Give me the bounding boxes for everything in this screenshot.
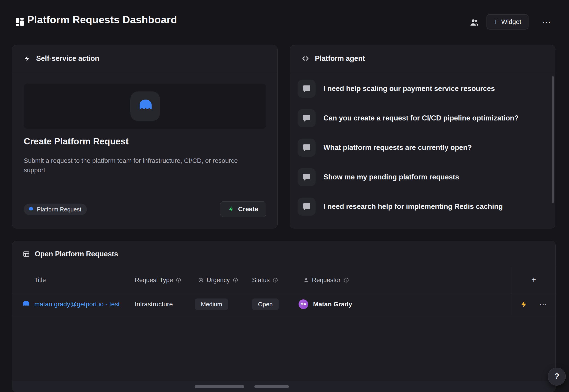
lightning-icon (24, 55, 31, 62)
platform-agent-card: Platform agent I need help scaling our p… (290, 45, 555, 228)
agent-suggestion-text: What platform requests are currently ope… (323, 143, 472, 152)
add-column-button[interactable]: + (528, 273, 540, 286)
requests-table-title: Open Platform Requests (35, 250, 118, 258)
lightning-icon (228, 206, 235, 212)
action-description: Submit a request to the platform team fo… (24, 156, 252, 175)
agent-suggestion-item[interactable]: Can you create a request for CI/CD pipel… (290, 103, 555, 133)
chat-bubble-icon (298, 80, 316, 98)
agent-suggestion-text: I need research help for implementing Re… (323, 202, 503, 211)
octopus-icon (137, 98, 153, 114)
agent-suggestion-item[interactable]: I need research help for implementing Re… (290, 192, 555, 221)
column-label: Urgency (207, 277, 230, 284)
column-label: Requestor (312, 277, 341, 284)
column-label: Status (252, 277, 270, 284)
open-platform-requests-card: Open Platform Requests Title Request Typ… (12, 241, 556, 392)
horizontal-scrollbar-track (12, 381, 555, 392)
run-action-lightning-icon[interactable] (520, 300, 528, 308)
code-icon (301, 55, 309, 62)
request-type-cell: Infrastructure (135, 301, 173, 308)
action-type-badge-label: Platform Request (37, 206, 81, 213)
help-button[interactable]: ? (548, 368, 566, 386)
self-service-card-title: Self-service action (36, 54, 99, 63)
requests-table-header: Open Platform Requests (12, 241, 555, 267)
info-icon[interactable] (176, 277, 181, 283)
request-title-link[interactable]: matan.grady@getport.io - test (34, 301, 120, 308)
target-icon (198, 277, 204, 283)
create-button-label: Create (238, 205, 258, 213)
status-badge: Open (252, 298, 279, 310)
chat-bubble-icon (298, 109, 316, 127)
row-menu-button[interactable]: ⋯ (536, 297, 550, 311)
action-heading: Create Platform Request (24, 136, 128, 146)
info-icon[interactable] (233, 277, 238, 283)
column-label: Title (34, 277, 46, 284)
column-header-requestor: Requestor (303, 277, 349, 284)
shared-users-button[interactable] (468, 16, 481, 29)
agent-suggestion-text: Show me my pending platform requests (323, 173, 459, 181)
info-icon[interactable] (272, 277, 278, 283)
platform-requests-dashboard: Platform Requests Dashboard + Widget ⋯ S… (0, 0, 569, 392)
info-icon[interactable] (343, 277, 349, 283)
horizontal-scrollbar-thumb[interactable] (254, 385, 289, 388)
chat-bubble-icon (298, 139, 316, 157)
dashboard-menu-button[interactable]: ⋯ (540, 15, 554, 29)
agent-suggestion-item[interactable]: What platform requests are currently ope… (290, 133, 555, 162)
vertical-scrollbar[interactable] (552, 76, 554, 203)
dashboard-logo-icon (14, 17, 25, 27)
column-header-title: Title (34, 277, 46, 284)
table-row: matan.grady@getport.io - test Infrastruc… (12, 294, 555, 315)
horizontal-scrollbar-thumb[interactable] (195, 385, 244, 388)
table-column-header-row: Title Request Type Urgency Status Reques… (12, 267, 555, 294)
requestor-name: Matan Grady (313, 301, 352, 308)
octopus-icon (28, 206, 34, 212)
column-header-status: Status (252, 277, 278, 284)
column-header-urgency: Urgency (198, 277, 238, 284)
agent-suggestion-item[interactable]: I need help scaling our payment service … (290, 74, 555, 103)
ellipsis-icon: ⋯ (539, 300, 547, 309)
add-widget-button[interactable]: + Widget (486, 14, 528, 29)
agent-suggestion-list: I need help scaling our payment service … (290, 72, 555, 221)
action-icon-tile (130, 91, 160, 121)
chat-bubble-icon (298, 198, 316, 216)
ellipsis-icon: ⋯ (542, 17, 551, 27)
octopus-icon (21, 300, 30, 309)
column-label: Request Type (135, 277, 173, 284)
agent-suggestion-text: I need help scaling our payment service … (323, 84, 495, 93)
action-type-badge: Platform Request (24, 204, 87, 215)
self-service-action-card: Self-service action Create Platform Requ… (12, 45, 278, 228)
add-widget-label: Widget (501, 18, 521, 26)
agent-suggestion-item[interactable]: Show me my pending platform requests (290, 162, 555, 192)
chat-bubble-icon (298, 168, 316, 186)
person-icon (303, 277, 309, 283)
plus-icon: + (494, 18, 498, 26)
platform-agent-card-title: Platform agent (315, 54, 365, 63)
create-button[interactable]: Create (220, 201, 266, 217)
column-header-request-type: Request Type (135, 277, 181, 284)
self-service-card-header: Self-service action (12, 45, 277, 72)
urgency-badge: Medium (195, 298, 228, 310)
people-icon (469, 17, 479, 27)
requestor-avatar: MA (299, 299, 308, 309)
platform-agent-card-header: Platform agent (290, 45, 555, 72)
action-preview-panel (24, 84, 266, 129)
agent-suggestion-text: Can you create a request for CI/CD pipel… (323, 114, 519, 122)
table-icon (23, 251, 30, 257)
page-title: Platform Requests Dashboard (27, 14, 177, 26)
